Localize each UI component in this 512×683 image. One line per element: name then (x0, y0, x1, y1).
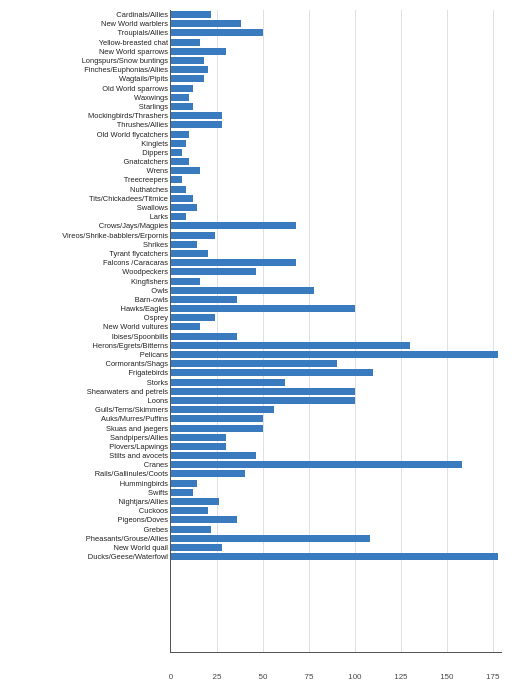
bar-row: Gnatcatchers (171, 157, 502, 166)
bar-row: Larks (171, 212, 502, 221)
bar-row: Osprey (171, 313, 502, 322)
bar (171, 268, 256, 275)
bar-row: Herons/Egrets/Bitterns (171, 341, 502, 350)
x-tick: 0 (169, 672, 173, 681)
bar-label: Tyrant flycatchers (109, 249, 168, 258)
bar-row: New World warblers (171, 19, 502, 28)
bar-row: Nuthatches (171, 185, 502, 194)
bar (171, 250, 208, 257)
bar-label: Kingfishers (131, 277, 168, 286)
bar-row: Dippers (171, 148, 502, 157)
bar (171, 48, 226, 55)
bar-label: Crows/Jays/Magpies (99, 221, 168, 230)
bar-row: New World vultures (171, 322, 502, 331)
bar (171, 66, 208, 73)
x-tick: 75 (304, 672, 313, 681)
x-tick: 125 (394, 672, 407, 681)
bar-label: Larks (150, 212, 168, 221)
bar-row: Shrikes (171, 240, 502, 249)
bar (171, 20, 241, 27)
bar-label: Shrikes (143, 240, 168, 249)
bar-row: Crows/Jays/Magpies (171, 221, 502, 230)
bar-row: Starlings (171, 102, 502, 111)
bar-label: Treecreepers (124, 175, 168, 184)
bar-row: New World quail (171, 543, 502, 552)
bar (171, 379, 285, 386)
bar (171, 360, 337, 367)
bar (171, 526, 211, 533)
bar (171, 305, 355, 312)
bar-label: Storks (147, 378, 168, 387)
bar (171, 452, 256, 459)
bar-row: Kingfishers (171, 276, 502, 285)
bar-row: Barn-owls (171, 295, 502, 304)
bar-row: Cuckoos (171, 506, 502, 515)
bar (171, 149, 182, 156)
bar (171, 222, 296, 229)
bar (171, 415, 263, 422)
bar-row: Falcons /Caracaras (171, 258, 502, 267)
bar-row: Cormorants/Shags (171, 359, 502, 368)
bar-row: Shearwaters and petrels (171, 387, 502, 396)
bar-row: Wagtails/Pipits (171, 74, 502, 83)
bar (171, 112, 222, 119)
bar-label: Cuckoos (139, 506, 168, 515)
bar-row: Rails/Gallinules/Coots (171, 469, 502, 478)
bar-label: Dippers (142, 148, 168, 157)
bar-row: Ducks/Geese/Waterfowl (171, 552, 502, 561)
bar-label: Herons/Egrets/Bitterns (93, 341, 168, 350)
bar-label: Woodpeckers (122, 267, 168, 276)
bar-label: Ducks/Geese/Waterfowl (88, 552, 168, 561)
bar (171, 195, 193, 202)
bar-label: Sandpipers/Allies (110, 433, 168, 442)
bar-label: Thrushes/Allies (117, 120, 168, 129)
bar (171, 167, 200, 174)
bar-label: New World vultures (103, 322, 168, 331)
bar-row: Hummingbirds (171, 479, 502, 488)
bar (171, 314, 215, 321)
bar-row: Tits/Chickadees/Titmice (171, 194, 502, 203)
chart-container: Cardinals/AlliesNew World warblersTroupi… (0, 0, 512, 683)
bar (171, 516, 237, 523)
bar-row: Sandpipers/Allies (171, 433, 502, 442)
bar (171, 85, 193, 92)
bar-label: Kinglets (141, 139, 168, 148)
bar-label: Frigatebirds (128, 368, 168, 377)
bar-row: Cranes (171, 460, 502, 469)
bar-label: Nightjars/Allies (118, 497, 168, 506)
bar (171, 388, 355, 395)
bar (171, 131, 189, 138)
bar-label: Swifts (148, 488, 168, 497)
bar (171, 176, 182, 183)
bar-label: Wrens (146, 166, 168, 175)
bar-label: Yellow-breasted chat (99, 38, 168, 47)
bar-label: Gulls/Terns/Skimmers (95, 405, 168, 414)
bar (171, 480, 197, 487)
bar-label: Barn-owls (135, 295, 168, 304)
bar-label: Tits/Chickadees/Titmice (89, 194, 168, 203)
bar-row: Old World flycatchers (171, 129, 502, 138)
bar-row: Tyrant flycatchers (171, 249, 502, 258)
bar (171, 535, 370, 542)
bar-label: Loons (148, 396, 168, 405)
bar-label: Pelicans (140, 350, 168, 359)
bar-label: Waxwings (134, 93, 168, 102)
bar-label: Starlings (139, 102, 168, 111)
bar-label: Rails/Gallinules/Coots (95, 469, 168, 478)
bar-row: Gulls/Terns/Skimmers (171, 405, 502, 414)
bar (171, 241, 197, 248)
bar (171, 57, 204, 64)
bar-label: Swallows (137, 203, 168, 212)
bar-row: Yellow-breasted chat (171, 38, 502, 47)
bar (171, 397, 355, 404)
chart-area: Cardinals/AlliesNew World warblersTroupi… (170, 10, 502, 653)
bar-label: New World warblers (101, 19, 168, 28)
bar-row: Cardinals/Allies (171, 10, 502, 19)
bar-row: Loons (171, 396, 502, 405)
bar-label: Grebes (143, 525, 168, 534)
bar-label: New World sparrows (99, 47, 168, 56)
bar (171, 259, 296, 266)
bar (171, 11, 211, 18)
bar (171, 287, 314, 294)
bar-label: Vireos/Shrike-babblers/Erpornis (62, 231, 168, 240)
